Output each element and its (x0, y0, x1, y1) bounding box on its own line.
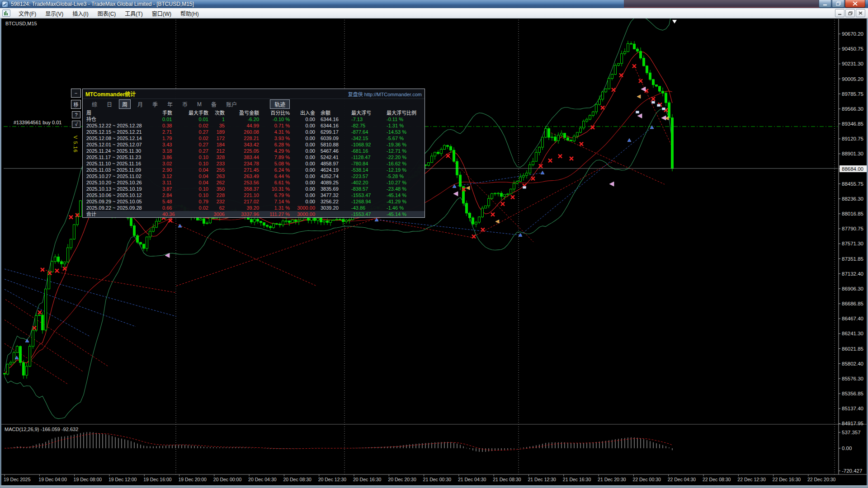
cell: -1553.47 (350, 211, 387, 217)
cell: 4.31 % (264, 129, 294, 135)
minimize-button[interactable] (819, 0, 831, 8)
menu-item-3[interactable]: 图表(C) (93, 9, 121, 18)
cell: 0.66 (162, 205, 184, 211)
cell: -538.14 (350, 167, 387, 173)
open-position-label: #133964561 buy 0.01 (14, 120, 61, 125)
stats-row-2: 2025.12.15 ~ 2025.12.212.710.27189260.08… (86, 129, 425, 135)
panel-tab-月[interactable]: 月 (135, 100, 146, 108)
cell: -82.75 (350, 122, 387, 129)
panel-tab-年[interactable]: 年 (165, 100, 175, 108)
price-tick: 89566.30 (842, 106, 863, 112)
close-button[interactable] (845, 0, 865, 8)
price-tick: 88236.30 (842, 196, 863, 202)
panel-tab-币[interactable]: 币 (179, 100, 190, 108)
stats-row-12: 2025.10.06 ~ 2025.10.122.840.10228221.10… (86, 192, 425, 198)
cell: 3.93 % (264, 135, 294, 141)
cell: 3.02 (162, 160, 184, 167)
row-label: 持仓 (86, 116, 162, 122)
cell: 212 (213, 148, 229, 154)
cell: 4.29 % (264, 148, 294, 154)
menu-item-0[interactable]: 文件(F) (14, 9, 41, 18)
window-title: 598124: TradeMaxGlobal-Live3 - TradeMax … (11, 1, 194, 7)
time-tick: 19 Dec 04:00 (38, 477, 67, 482)
row-label: 2025.09.22 ~ 2025.09.28 (86, 205, 162, 211)
panel-side-buttons: −移?√ (71, 89, 81, 130)
cell: 0.02 (184, 205, 213, 211)
panel-side-button-2[interactable]: ? (72, 111, 80, 118)
cell: 6.79 % (264, 192, 294, 198)
cell: 39.20 (229, 205, 264, 211)
panel-tab-季[interactable]: 季 (150, 100, 160, 108)
menu-item-2[interactable]: 插入(I) (68, 9, 93, 18)
row-label: 2025.12.22 ~ 2025.12.28 (86, 122, 162, 129)
price-tick: 87790.75 (842, 226, 863, 231)
panel-tab-M[interactable]: M (194, 101, 204, 108)
cell: 6299.17 (320, 129, 350, 135)
cell: 0.10 (184, 154, 213, 160)
stats-table: 周手数最大手数次数盈亏金额百分比%出入金余额最大浮亏最大浮亏比例持仓0.010.… (83, 109, 425, 217)
mdi-minimize-button[interactable] (835, 9, 844, 17)
cell: -1128.47 (350, 154, 387, 160)
cell: -19.36 % (387, 141, 425, 148)
track-button[interactable]: 轨迹 (270, 99, 290, 109)
cell: 4089.25 (320, 179, 350, 186)
cell: 3.11 (162, 179, 184, 186)
cell: 5467.46 (320, 148, 350, 154)
panel-side-button-1[interactable]: 移 (71, 100, 81, 109)
cell: -41.29 % (387, 198, 425, 205)
chart-canvas[interactable]: #133964561 buy 0.0190670.2090450.7590231… (0, 0, 868, 488)
price-tick: 84917.95 (842, 421, 863, 426)
panel-tab-日[interactable]: 日 (104, 100, 115, 108)
stats-row-9: 2025.10.27 ~ 2025.11.023.120.04263263.49… (86, 173, 425, 179)
cell: 5.48 (162, 198, 184, 205)
mdi-close-button[interactable] (856, 9, 865, 17)
panel-tab-周[interactable]: 周 (119, 99, 131, 109)
cell: -1.46 % (387, 205, 425, 211)
cell: -5.28 % (387, 173, 425, 179)
cell: -838.57 (350, 186, 387, 192)
stats-row-6: 2025.11.17 ~ 2025.11.233.860.10328383.44… (86, 154, 425, 160)
menu-item-1[interactable]: 显示(V) (41, 9, 68, 18)
cell: 3477.32 (320, 192, 350, 198)
cell: 0.00 (294, 122, 320, 129)
mdi-minimize-icon (838, 11, 842, 15)
price-tick: 86241.30 (842, 331, 863, 336)
panel-website-link[interactable]: 复盘侠 http://MTCommander.com (348, 90, 425, 98)
cell: 0.02 (184, 135, 213, 141)
cell: 35 (213, 122, 229, 129)
menu-item-6[interactable]: 帮助(H) (176, 9, 203, 18)
price-tick: 87132.40 (842, 271, 863, 277)
macd-indicator-label: MACD(12,26,9) -166.059 -92.632 (5, 427, 78, 432)
overlay-window-shadow (624, 0, 820, 8)
cell: 0.04 (184, 167, 213, 173)
panel-tab-备[interactable]: 备 (208, 100, 219, 108)
menu-item-5[interactable]: 窗口(W) (147, 9, 176, 18)
panel-side-button-0[interactable]: − (71, 89, 81, 98)
panel-side-button-3[interactable]: √ (72, 121, 80, 128)
mdi-restore-button[interactable] (845, 9, 855, 17)
stats-row-10: 2025.10.20 ~ 2025.10.263.110.04262253.56… (86, 179, 425, 186)
panel-tab-综[interactable]: 综 (89, 100, 100, 108)
row-label: 2025.09.29 ~ 2025.10.05 (86, 198, 162, 205)
row-label: 2025.11.17 ~ 2025.11.23 (86, 154, 162, 160)
restore-icon (836, 1, 841, 6)
window-frame-bottom (0, 485, 868, 488)
col-header-1: 手数 (162, 110, 184, 116)
cell: 0.04 (184, 179, 213, 186)
cell: 383.44 (229, 154, 264, 160)
price-tick: 89785.75 (842, 91, 863, 97)
price-tick: 90670.20 (842, 31, 863, 37)
panel-tab-账户[interactable]: 账户 (223, 100, 240, 108)
cell: 0.10 (184, 160, 213, 167)
cell: 228.21 (229, 135, 264, 141)
cell: 6.28 % (264, 141, 294, 148)
stats-row-13: 2025.09.29 ~ 2025.10.055.480.79232217.02… (86, 198, 425, 205)
restore-button[interactable] (832, 0, 844, 8)
macd-axis-tick: 537.357 (842, 430, 861, 435)
cell: 4352.74 (320, 173, 350, 179)
cell: -681.16 (350, 148, 387, 154)
menu-item-4[interactable]: 工具(T) (120, 9, 147, 18)
cell: 6.24 % (264, 167, 294, 173)
cell: 328 (213, 154, 229, 160)
cell: 0.04 (184, 173, 213, 179)
